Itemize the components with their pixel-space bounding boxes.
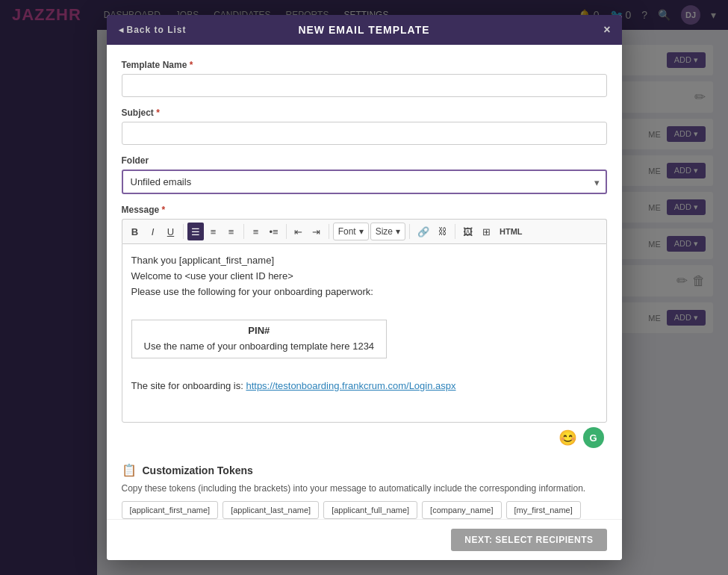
align-center-button[interactable]: ≡ (205, 223, 222, 240)
pin-title: PIN# (144, 323, 375, 339)
token-icon: 📋 (122, 463, 137, 477)
subject-label: Subject * (122, 108, 607, 118)
image-button[interactable]: 🖼 (459, 223, 476, 240)
toolbar-sep-6 (455, 224, 455, 239)
folder-label: Folder (122, 155, 607, 166)
html-button[interactable]: HTML (496, 223, 526, 240)
pin-box: PIN# Use the name of your onboarding tem… (131, 320, 388, 358)
link-button[interactable]: 🔗 (414, 223, 433, 240)
template-name-group: Template Name * (122, 60, 607, 97)
template-name-label: Template Name * (122, 60, 607, 70)
special-char-button[interactable]: ⊞ (478, 223, 494, 240)
back-label: Back to List (127, 25, 187, 35)
editor-toolbar: B I U ☰ ≡ ≡ ≡ •≡ ⇤ ⇥ Font ▾ (122, 219, 607, 243)
message-label: Message * (122, 205, 607, 215)
chevron-left-icon: ◂ (119, 25, 124, 35)
align-left-button[interactable]: ☰ (187, 223, 204, 240)
indent-button[interactable]: ⇥ (308, 223, 325, 240)
editor-line1: Thank you [applicant_first_name] (131, 253, 597, 269)
token-applicant-full[interactable]: [applicant_full_name] (323, 501, 417, 519)
folder-select-wrap: Unfiled emails HR Templates Onboarding ▾ (122, 170, 607, 194)
modal-title: NEW EMAIL TEMPLATE (298, 24, 429, 36)
customization-tokens-title: Customization Tokens (143, 464, 253, 476)
subject-input[interactable] (122, 122, 607, 145)
token-applicant-last[interactable]: [applicant_last_name] (223, 501, 319, 519)
align-right-button[interactable]: ≡ (223, 223, 240, 240)
template-name-input[interactable] (122, 74, 607, 97)
toolbar-sep-4 (329, 224, 329, 239)
size-label: Size (376, 226, 393, 237)
token-company-name[interactable]: [company_name] (422, 501, 501, 519)
editor-link[interactable]: https://testonboarding.frankcrum.com/Log… (246, 380, 455, 391)
editor-area[interactable]: Thank you [applicant_first_name] Welcome… (122, 243, 607, 423)
ordered-list-button[interactable]: ≡ (248, 223, 264, 240)
font-dropdown[interactable]: Font ▾ (333, 223, 369, 240)
unordered-list-button[interactable]: •≡ (266, 223, 282, 240)
toolbar-sep-3 (286, 224, 287, 239)
outdent-button[interactable]: ⇤ (290, 223, 307, 240)
modal-header: ◂ Back to List NEW EMAIL TEMPLATE × (107, 15, 622, 45)
editor-emoji-bar: 😊 G (122, 423, 607, 450)
toolbar-sep-2 (243, 224, 244, 239)
subject-group: Subject * (122, 108, 607, 145)
unlink-button[interactable]: ⛓ (435, 223, 451, 240)
pin-desc: Use the name of your onboarding template… (144, 339, 375, 355)
token-my-first-name[interactable]: [my_first_name] (506, 501, 581, 519)
folder-group: Folder Unfiled emails HR Templates Onboa… (122, 155, 607, 194)
modal-overlay: ◂ Back to List NEW EMAIL TEMPLATE × Temp… (0, 0, 728, 575)
email-template-modal: ◂ Back to List NEW EMAIL TEMPLATE × Temp… (107, 15, 622, 560)
font-chevron-icon: ▾ (359, 226, 364, 237)
modal-close-button[interactable]: × (603, 23, 611, 37)
underline-button[interactable]: U (163, 223, 179, 240)
editor-link-line: The site for onboarding is: https://test… (131, 379, 597, 394)
grammarly-button[interactable]: G (583, 427, 604, 448)
folder-select[interactable]: Unfiled emails HR Templates Onboarding (122, 170, 607, 194)
customization-tokens-desc: Copy these tokens (including the bracket… (122, 483, 607, 494)
emoji-button[interactable]: 😊 (558, 427, 579, 448)
message-group: Message * B I U ☰ ≡ ≡ ≡ •≡ ⇤ ⇥ (122, 205, 607, 450)
customization-tokens-header: 📋 Customization Tokens (122, 463, 607, 477)
bold-button[interactable]: B (127, 223, 143, 240)
size-chevron-icon: ▾ (396, 226, 400, 237)
toolbar-sep-5 (409, 224, 410, 239)
editor-line3: Please use the following for your onboar… (131, 285, 597, 300)
tokens-grid: [applicant_first_name] [applicant_last_n… (122, 501, 607, 519)
back-to-list-button[interactable]: ◂ Back to List (119, 25, 187, 35)
editor-link-prefix: The site for onboarding is: (131, 380, 246, 391)
editor-line2: Welcome to <use your client ID here> (131, 269, 597, 285)
modal-footer: NEXT: SELECT RECIPIENTS (107, 519, 622, 560)
next-button[interactable]: NEXT: SELECT RECIPIENTS (451, 529, 606, 551)
font-label: Font (338, 226, 356, 237)
token-applicant-first[interactable]: [applicant_first_name] (122, 501, 219, 519)
modal-body: Template Name * Subject * Folder Unfiled… (107, 45, 622, 519)
size-dropdown[interactable]: Size ▾ (370, 223, 405, 240)
toolbar-sep-1 (183, 224, 184, 239)
italic-button[interactable]: I (145, 223, 161, 240)
customization-tokens-section: 📋 Customization Tokens Copy these tokens… (122, 463, 607, 519)
